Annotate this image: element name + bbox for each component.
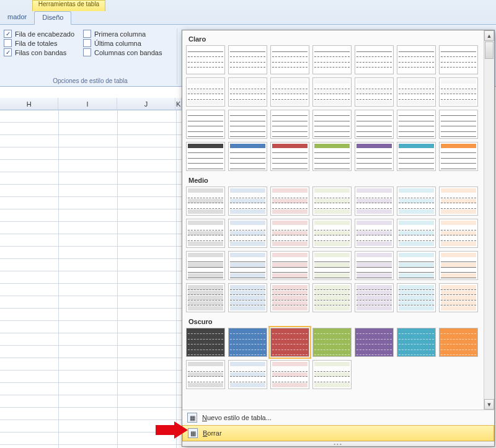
table-style-thumbnail[interactable] — [186, 45, 225, 74]
table-style-thumbnail[interactable] — [397, 283, 436, 312]
table-style-thumbnail[interactable] — [355, 251, 394, 280]
table-style-thumbnail[interactable] — [397, 328, 436, 357]
table-style-thumbnail[interactable] — [439, 45, 478, 74]
table-style-thumbnail[interactable] — [355, 328, 394, 357]
table-style-thumbnail[interactable] — [228, 360, 267, 389]
checkbox-total-row[interactable]: Fila de totales — [4, 39, 74, 47]
table-style-thumbnail[interactable] — [186, 77, 225, 107]
gallery-section-dark: Oscuro — [185, 315, 494, 328]
table-style-thumbnail[interactable] — [270, 110, 309, 139]
table-style-thumbnail[interactable] — [270, 142, 309, 171]
table-style-thumbnail[interactable] — [355, 110, 394, 139]
table-style-thumbnail[interactable] — [312, 110, 352, 139]
table-style-thumbnail[interactable] — [270, 187, 309, 216]
table-style-thumbnail[interactable] — [270, 77, 309, 107]
table-style-thumbnail[interactable] — [312, 219, 352, 248]
checkbox-first-column[interactable]: Primera columna — [83, 30, 162, 38]
cell-area[interactable] — [0, 110, 182, 448]
table-style-thumbnail[interactable] — [228, 219, 267, 248]
table-style-thumbnail[interactable] — [397, 142, 436, 171]
table-style-thumbnail[interactable] — [397, 187, 436, 216]
table-style-thumbnail[interactable] — [439, 77, 478, 107]
table-style-thumbnail[interactable] — [397, 251, 436, 280]
column-header[interactable]: I — [58, 98, 117, 110]
table-style-thumbnail[interactable] — [312, 328, 352, 357]
gallery-scrollbar[interactable]: ▲ ▼ — [484, 30, 494, 410]
table-style-thumbnail[interactable] — [439, 187, 478, 216]
ribbon-tab-design[interactable]: Diseño — [34, 11, 71, 25]
scroll-thumb[interactable] — [485, 42, 494, 59]
table-style-thumbnail[interactable] — [228, 110, 267, 139]
table-style-thumbnail[interactable] — [397, 110, 436, 139]
contextual-tab-group: Herramientas de tabla — [32, 0, 105, 11]
gallery-section-light: Claro — [185, 33, 494, 45]
table-style-thumbnail[interactable] — [397, 45, 436, 74]
table-style-thumbnail[interactable] — [312, 283, 352, 312]
checkbox-banded-rows[interactable]: Filas con bandas — [4, 48, 74, 56]
table-style-thumbnail[interactable] — [355, 45, 394, 74]
table-style-thumbnail[interactable] — [270, 45, 309, 74]
checkbox-icon — [83, 30, 91, 38]
table-style-thumbnail[interactable] — [186, 110, 225, 139]
gallery-resize-handle[interactable]: ••• — [182, 441, 494, 446]
ribbon-group-title: Opciones de estilo de tabla — [4, 77, 177, 84]
table-style-thumbnail[interactable] — [186, 187, 225, 216]
table-style-thumbnail[interactable] — [312, 251, 352, 280]
table-style-gallery: Claro Medio Oscuro ▲ ▼ ▦ Nuevo estilo de… — [182, 30, 495, 447]
table-style-thumbnail[interactable] — [312, 142, 352, 171]
table-style-thumbnail[interactable] — [439, 219, 478, 248]
table-style-thumbnail[interactable] — [228, 45, 267, 74]
table-style-thumbnail[interactable] — [439, 251, 478, 280]
column-header[interactable]: H — [0, 98, 58, 110]
checkbox-label: Fila de encabezado — [15, 30, 74, 38]
table-style-thumbnail[interactable] — [270, 360, 309, 389]
table-style-thumbnail[interactable] — [228, 251, 267, 280]
table-style-thumbnail[interactable] — [186, 142, 225, 171]
table-style-thumbnail[interactable] — [355, 77, 394, 107]
table-style-thumbnail[interactable] — [439, 110, 478, 139]
table-style-thumbnail[interactable] — [355, 283, 394, 312]
menu-new-table-style[interactable]: ▦ Nuevo estilo de tabla... — [182, 410, 494, 425]
checkbox-icon — [4, 48, 12, 56]
scroll-up-icon[interactable]: ▲ — [484, 30, 494, 41]
table-style-thumbnail[interactable] — [312, 77, 352, 107]
table-style-thumbnail[interactable] — [270, 219, 309, 248]
table-style-thumbnail[interactable] — [228, 187, 267, 216]
table-style-thumbnail[interactable] — [228, 283, 267, 312]
table-style-thumbnail[interactable] — [186, 251, 225, 280]
checkbox-label: Columnas con bandas — [94, 49, 162, 56]
table-style-thumbnail[interactable] — [355, 187, 394, 216]
table-style-thumbnail[interactable] — [439, 283, 478, 312]
table-style-thumbnail[interactable] — [228, 328, 267, 357]
table-style-thumbnail[interactable] — [355, 142, 394, 171]
scroll-down-icon[interactable]: ▼ — [484, 399, 494, 410]
ribbon-tab-left[interactable]: mador — [0, 11, 34, 24]
table-style-thumbnail[interactable] — [397, 77, 436, 107]
table-style-thumbnail[interactable] — [270, 283, 309, 312]
table-style-thumbnail[interactable] — [397, 219, 436, 248]
table-style-thumbnail[interactable] — [186, 283, 225, 312]
table-style-thumbnail[interactable] — [186, 360, 225, 389]
checkbox-header-row[interactable]: Fila de encabezado — [4, 30, 74, 38]
table-style-thumbnail[interactable] — [228, 77, 267, 107]
checkbox-last-column[interactable]: Última columna — [83, 39, 162, 47]
menu-label: Nuevo estilo de tabla... — [202, 414, 272, 421]
table-style-thumbnail[interactable] — [312, 45, 352, 74]
table-style-thumbnail[interactable] — [186, 219, 225, 248]
table-style-thumbnail[interactable] — [186, 328, 225, 357]
table-style-thumbnail[interactable] — [228, 142, 267, 171]
table-style-thumbnail[interactable] — [312, 360, 352, 389]
gallery-menu: ▦ Nuevo estilo de tabla... ▦ Borrar — [182, 410, 494, 441]
column-header[interactable]: K — [175, 98, 182, 110]
table-style-thumbnail[interactable] — [270, 251, 309, 280]
table-style-thumbnail[interactable] — [312, 187, 352, 216]
checkbox-label: Primera columna — [94, 30, 146, 38]
table-style-thumbnail[interactable] — [355, 219, 394, 248]
table-style-thumbnail[interactable] — [270, 328, 309, 357]
table-style-thumbnail[interactable] — [439, 328, 478, 357]
menu-clear-table-style[interactable]: ▦ Borrar — [182, 425, 494, 441]
column-header[interactable]: J — [117, 98, 175, 110]
checkbox-banded-columns[interactable]: Columnas con bandas — [83, 48, 162, 56]
table-style-thumbnail[interactable] — [439, 142, 478, 171]
spreadsheet-grid[interactable]: H I J K — [0, 98, 182, 448]
